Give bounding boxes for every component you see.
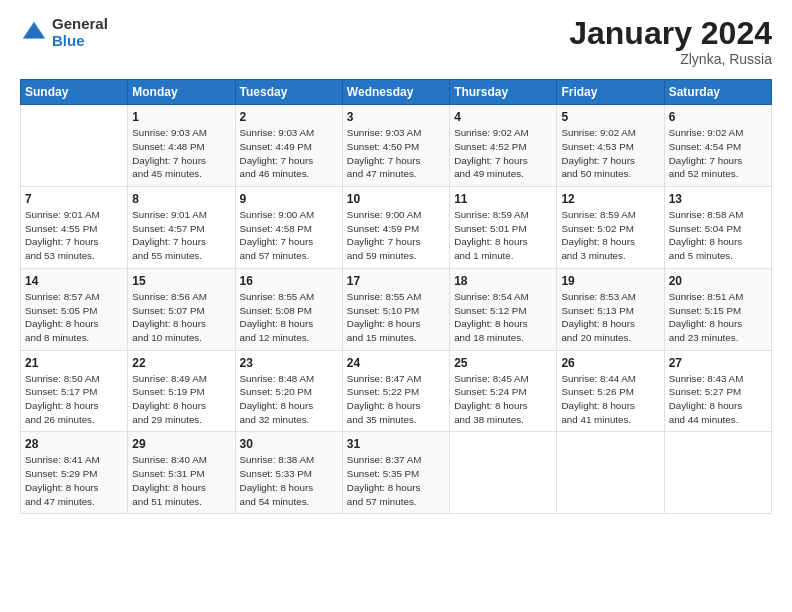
day-number: 13 xyxy=(669,192,767,206)
week-row-3: 14Sunrise: 8:57 AM Sunset: 5:05 PM Dayli… xyxy=(21,268,772,350)
calendar-cell: 18Sunrise: 8:54 AM Sunset: 5:12 PM Dayli… xyxy=(450,268,557,350)
day-info: Sunrise: 8:41 AM Sunset: 5:29 PM Dayligh… xyxy=(25,453,123,508)
calendar-cell: 2Sunrise: 9:03 AM Sunset: 4:49 PM Daylig… xyxy=(235,105,342,187)
calendar-cell: 27Sunrise: 8:43 AM Sunset: 5:27 PM Dayli… xyxy=(664,350,771,432)
day-info: Sunrise: 8:51 AM Sunset: 5:15 PM Dayligh… xyxy=(669,290,767,345)
day-info: Sunrise: 8:47 AM Sunset: 5:22 PM Dayligh… xyxy=(347,372,445,427)
weekday-row: SundayMondayTuesdayWednesdayThursdayFrid… xyxy=(21,80,772,105)
calendar-cell: 28Sunrise: 8:41 AM Sunset: 5:29 PM Dayli… xyxy=(21,432,128,514)
day-info: Sunrise: 8:49 AM Sunset: 5:19 PM Dayligh… xyxy=(132,372,230,427)
day-info: Sunrise: 8:44 AM Sunset: 5:26 PM Dayligh… xyxy=(561,372,659,427)
calendar-cell xyxy=(450,432,557,514)
calendar-cell: 23Sunrise: 8:48 AM Sunset: 5:20 PM Dayli… xyxy=(235,350,342,432)
day-number: 6 xyxy=(669,110,767,124)
day-number: 20 xyxy=(669,274,767,288)
day-number: 12 xyxy=(561,192,659,206)
calendar-cell: 25Sunrise: 8:45 AM Sunset: 5:24 PM Dayli… xyxy=(450,350,557,432)
calendar-cell: 9Sunrise: 9:00 AM Sunset: 4:58 PM Daylig… xyxy=(235,187,342,269)
day-number: 4 xyxy=(454,110,552,124)
day-number: 8 xyxy=(132,192,230,206)
day-number: 7 xyxy=(25,192,123,206)
day-info: Sunrise: 9:01 AM Sunset: 4:57 PM Dayligh… xyxy=(132,208,230,263)
day-number: 27 xyxy=(669,356,767,370)
calendar-cell: 22Sunrise: 8:49 AM Sunset: 5:19 PM Dayli… xyxy=(128,350,235,432)
day-number: 24 xyxy=(347,356,445,370)
calendar-cell: 11Sunrise: 8:59 AM Sunset: 5:01 PM Dayli… xyxy=(450,187,557,269)
logo-icon xyxy=(20,19,48,47)
calendar-cell: 16Sunrise: 8:55 AM Sunset: 5:08 PM Dayli… xyxy=(235,268,342,350)
day-number: 26 xyxy=(561,356,659,370)
calendar-cell: 13Sunrise: 8:58 AM Sunset: 5:04 PM Dayli… xyxy=(664,187,771,269)
weekday-monday: Monday xyxy=(128,80,235,105)
weekday-thursday: Thursday xyxy=(450,80,557,105)
day-number: 10 xyxy=(347,192,445,206)
day-number: 15 xyxy=(132,274,230,288)
weekday-wednesday: Wednesday xyxy=(342,80,449,105)
day-info: Sunrise: 9:03 AM Sunset: 4:48 PM Dayligh… xyxy=(132,126,230,181)
calendar-cell: 7Sunrise: 9:01 AM Sunset: 4:55 PM Daylig… xyxy=(21,187,128,269)
calendar-cell: 31Sunrise: 8:37 AM Sunset: 5:35 PM Dayli… xyxy=(342,432,449,514)
day-info: Sunrise: 9:01 AM Sunset: 4:55 PM Dayligh… xyxy=(25,208,123,263)
month-title: January 2024 xyxy=(569,16,772,51)
day-info: Sunrise: 9:02 AM Sunset: 4:54 PM Dayligh… xyxy=(669,126,767,181)
calendar-cell: 29Sunrise: 8:40 AM Sunset: 5:31 PM Dayli… xyxy=(128,432,235,514)
calendar-cell: 1Sunrise: 9:03 AM Sunset: 4:48 PM Daylig… xyxy=(128,105,235,187)
day-info: Sunrise: 9:00 AM Sunset: 4:58 PM Dayligh… xyxy=(240,208,338,263)
weekday-friday: Friday xyxy=(557,80,664,105)
calendar-cell: 20Sunrise: 8:51 AM Sunset: 5:15 PM Dayli… xyxy=(664,268,771,350)
calendar: SundayMondayTuesdayWednesdayThursdayFrid… xyxy=(20,79,772,514)
calendar-cell: 24Sunrise: 8:47 AM Sunset: 5:22 PM Dayli… xyxy=(342,350,449,432)
day-number: 9 xyxy=(240,192,338,206)
calendar-cell: 6Sunrise: 9:02 AM Sunset: 4:54 PM Daylig… xyxy=(664,105,771,187)
calendar-cell: 5Sunrise: 9:02 AM Sunset: 4:53 PM Daylig… xyxy=(557,105,664,187)
day-number: 25 xyxy=(454,356,552,370)
weekday-sunday: Sunday xyxy=(21,80,128,105)
day-number: 30 xyxy=(240,437,338,451)
calendar-body: 1Sunrise: 9:03 AM Sunset: 4:48 PM Daylig… xyxy=(21,105,772,514)
week-row-5: 28Sunrise: 8:41 AM Sunset: 5:29 PM Dayli… xyxy=(21,432,772,514)
logo-general-text: General xyxy=(52,16,108,33)
day-number: 2 xyxy=(240,110,338,124)
calendar-cell xyxy=(664,432,771,514)
page: General Blue January 2024 Zlynka, Russia… xyxy=(0,0,792,612)
calendar-cell: 14Sunrise: 8:57 AM Sunset: 5:05 PM Dayli… xyxy=(21,268,128,350)
calendar-cell xyxy=(557,432,664,514)
day-number: 19 xyxy=(561,274,659,288)
calendar-cell: 4Sunrise: 9:02 AM Sunset: 4:52 PM Daylig… xyxy=(450,105,557,187)
logo-blue-text: Blue xyxy=(52,33,108,50)
week-row-4: 21Sunrise: 8:50 AM Sunset: 5:17 PM Dayli… xyxy=(21,350,772,432)
day-number: 28 xyxy=(25,437,123,451)
day-number: 18 xyxy=(454,274,552,288)
calendar-cell: 10Sunrise: 9:00 AM Sunset: 4:59 PM Dayli… xyxy=(342,187,449,269)
title-block: January 2024 Zlynka, Russia xyxy=(569,16,772,67)
calendar-cell: 15Sunrise: 8:56 AM Sunset: 5:07 PM Dayli… xyxy=(128,268,235,350)
day-info: Sunrise: 8:37 AM Sunset: 5:35 PM Dayligh… xyxy=(347,453,445,508)
weekday-saturday: Saturday xyxy=(664,80,771,105)
day-info: Sunrise: 8:57 AM Sunset: 5:05 PM Dayligh… xyxy=(25,290,123,345)
logo-text: General Blue xyxy=(52,16,108,49)
day-info: Sunrise: 8:58 AM Sunset: 5:04 PM Dayligh… xyxy=(669,208,767,263)
day-info: Sunrise: 9:03 AM Sunset: 4:50 PM Dayligh… xyxy=(347,126,445,181)
day-number: 14 xyxy=(25,274,123,288)
calendar-cell: 12Sunrise: 8:59 AM Sunset: 5:02 PM Dayli… xyxy=(557,187,664,269)
calendar-cell: 3Sunrise: 9:03 AM Sunset: 4:50 PM Daylig… xyxy=(342,105,449,187)
day-info: Sunrise: 9:03 AM Sunset: 4:49 PM Dayligh… xyxy=(240,126,338,181)
day-number: 16 xyxy=(240,274,338,288)
day-info: Sunrise: 8:54 AM Sunset: 5:12 PM Dayligh… xyxy=(454,290,552,345)
day-number: 3 xyxy=(347,110,445,124)
day-number: 22 xyxy=(132,356,230,370)
week-row-2: 7Sunrise: 9:01 AM Sunset: 4:55 PM Daylig… xyxy=(21,187,772,269)
day-info: Sunrise: 8:56 AM Sunset: 5:07 PM Dayligh… xyxy=(132,290,230,345)
header: General Blue January 2024 Zlynka, Russia xyxy=(20,16,772,67)
day-info: Sunrise: 8:40 AM Sunset: 5:31 PM Dayligh… xyxy=(132,453,230,508)
calendar-cell: 21Sunrise: 8:50 AM Sunset: 5:17 PM Dayli… xyxy=(21,350,128,432)
calendar-cell: 8Sunrise: 9:01 AM Sunset: 4:57 PM Daylig… xyxy=(128,187,235,269)
day-info: Sunrise: 8:53 AM Sunset: 5:13 PM Dayligh… xyxy=(561,290,659,345)
calendar-cell xyxy=(21,105,128,187)
day-info: Sunrise: 8:50 AM Sunset: 5:17 PM Dayligh… xyxy=(25,372,123,427)
day-info: Sunrise: 9:02 AM Sunset: 4:53 PM Dayligh… xyxy=(561,126,659,181)
day-number: 29 xyxy=(132,437,230,451)
calendar-header: SundayMondayTuesdayWednesdayThursdayFrid… xyxy=(21,80,772,105)
day-info: Sunrise: 8:43 AM Sunset: 5:27 PM Dayligh… xyxy=(669,372,767,427)
day-info: Sunrise: 8:45 AM Sunset: 5:24 PM Dayligh… xyxy=(454,372,552,427)
